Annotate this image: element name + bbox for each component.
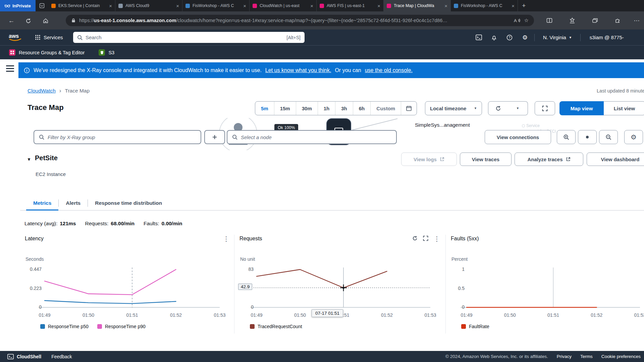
x-axis-label: 01:53 bbox=[420, 312, 441, 318]
latency-chart: Latency ⋮ Seconds 00.2230.44701:4901:500… bbox=[20, 233, 234, 337]
time-range-15m[interactable]: 15m bbox=[274, 102, 296, 115]
analyze-traces-button[interactable]: Analyze traces bbox=[515, 153, 583, 166]
tab-close-icon[interactable]: × bbox=[512, 3, 515, 9]
time-range-3h[interactable]: 3h bbox=[335, 102, 353, 115]
view-logs-button[interactable]: View logs bbox=[401, 153, 457, 166]
help-icon[interactable]: ? bbox=[502, 29, 517, 45]
tab-close-icon[interactable]: × bbox=[243, 3, 246, 9]
side-nav-toggle-icon[interactable] bbox=[6, 65, 14, 72]
address-bar[interactable]: https://us-east-1.console.aws.amazon.com… bbox=[66, 15, 534, 26]
refresh-options-button[interactable]: ▼ bbox=[508, 101, 528, 115]
time-range-1h[interactable]: 1h bbox=[318, 102, 336, 115]
browser-menu-icon[interactable]: ⋯ bbox=[632, 16, 641, 25]
xray-group-filter-input[interactable]: Filter by X-Ray group bbox=[34, 130, 201, 144]
terms-link[interactable]: Terms bbox=[580, 354, 593, 359]
time-range-5m[interactable]: 5m bbox=[255, 102, 274, 115]
tab-favicon bbox=[454, 4, 458, 8]
console-search-input[interactable]: Search [Alt+S] bbox=[73, 32, 305, 43]
tab-metrics[interactable]: Metrics bbox=[26, 196, 58, 210]
browser-tab[interactable]: AWS FIS | us-east-1 × bbox=[317, 0, 384, 11]
new-tab-button[interactable]: + bbox=[518, 0, 530, 11]
favorite-resource-groups[interactable]: Resource Groups & Tag Editor bbox=[9, 49, 85, 56]
calendar-icon[interactable] bbox=[401, 102, 417, 115]
favorite-s3[interactable]: S3 bbox=[99, 49, 114, 56]
browser-tab[interactable]: EKS:Service | Contain × bbox=[48, 0, 115, 11]
tab-close-icon[interactable]: × bbox=[444, 3, 447, 9]
legend-item[interactable]: FaultRate bbox=[461, 324, 489, 329]
legend-item[interactable]: ResponseTime p50 bbox=[40, 324, 89, 329]
browser-tab[interactable]: AWS Cloud9 × bbox=[115, 0, 182, 11]
favorite-star-icon[interactable]: ☆ bbox=[524, 17, 529, 23]
timezone-dropdown[interactable]: Local timezone ▼ bbox=[425, 101, 482, 115]
view-traces-button[interactable]: View traces bbox=[460, 153, 512, 166]
breadcrumb-cloudwatch-link[interactable]: CloudWatch bbox=[28, 88, 56, 94]
region-selector[interactable]: N. Virginia ▼ bbox=[536, 35, 579, 40]
tab-actions-icon[interactable] bbox=[36, 0, 48, 11]
chart-legend: ResponseTime p50ResponseTime p90 bbox=[40, 324, 146, 329]
kebab-menu-icon[interactable]: ⋮ bbox=[223, 235, 229, 243]
collections-icon[interactable] bbox=[590, 16, 600, 25]
zoom-in-button[interactable] bbox=[557, 130, 576, 144]
section-collapse-icon[interactable]: ▼ bbox=[27, 157, 31, 162]
account-menu[interactable]: s3iam @ 8775- bbox=[582, 35, 624, 40]
home-button[interactable] bbox=[41, 16, 50, 25]
tab-close-icon[interactable]: × bbox=[109, 3, 112, 9]
browser-tab[interactable]: CloudWatch | us-east × bbox=[250, 0, 317, 11]
chart-plot[interactable] bbox=[446, 265, 644, 312]
stat-latency: Latency (avg):121ms bbox=[24, 221, 76, 227]
legend-item[interactable]: ResponseTime p90 bbox=[97, 324, 146, 329]
notifications-bell-icon[interactable] bbox=[486, 29, 502, 45]
tab-favicon bbox=[185, 4, 190, 8]
chart-refresh-icon[interactable] bbox=[412, 236, 418, 242]
legend-swatch bbox=[40, 324, 45, 329]
settings-gear-icon[interactable]: ⚙ bbox=[517, 29, 533, 45]
select-node-input[interactable]: Select a node bbox=[227, 130, 397, 144]
view-dashboard-button[interactable]: View dashboard bbox=[587, 153, 644, 166]
chart-plot[interactable] bbox=[20, 265, 234, 312]
kebab-menu-icon[interactable]: ⋮ bbox=[434, 235, 440, 243]
cookie-preferences-link[interactable]: Cookie preferences bbox=[601, 354, 641, 359]
map-settings-button[interactable]: ⚙ bbox=[624, 130, 643, 144]
tab-close-icon[interactable]: × bbox=[377, 3, 380, 9]
tab-close-icon[interactable]: × bbox=[176, 3, 179, 9]
list-view-button[interactable]: List view bbox=[604, 101, 644, 115]
cloudshell-icon[interactable] bbox=[471, 29, 486, 45]
time-range-30m[interactable]: 30m bbox=[296, 102, 318, 115]
banner-old-console-link[interactable]: use the old console. bbox=[365, 67, 413, 73]
browser-tab-active[interactable]: Trace Map | CloudWa × bbox=[384, 0, 451, 11]
services-menu[interactable]: Services bbox=[35, 29, 63, 45]
read-aloud-icon[interactable]: A bbox=[514, 18, 521, 23]
tab-close-icon[interactable]: × bbox=[310, 3, 313, 9]
x-axis-label: 01:49 bbox=[34, 312, 55, 318]
aws-console-header: aws Services Search [Alt+S] ? ⚙ N. Virgi… bbox=[0, 29, 644, 45]
chart-expand-icon[interactable] bbox=[423, 236, 428, 242]
zoom-reset-button[interactable] bbox=[578, 130, 597, 144]
x-axis-label: 01:49 bbox=[456, 312, 477, 318]
privacy-link[interactable]: Privacy bbox=[557, 354, 572, 359]
refresh-button[interactable] bbox=[488, 101, 508, 115]
favorites-bar-icon[interactable] bbox=[568, 16, 577, 25]
tab-alerts[interactable]: Alerts bbox=[59, 196, 88, 210]
time-range-custom[interactable]: Custom bbox=[371, 102, 401, 115]
browser-tab[interactable]: FisWorkshop - AWS C × bbox=[451, 0, 518, 11]
extensions-icon[interactable] bbox=[613, 16, 623, 25]
browser-tab[interactable]: FisWorkshop - AWS C × bbox=[182, 0, 250, 11]
banner-feedback-link[interactable]: Let us know what you think. bbox=[265, 67, 331, 73]
chart-plot[interactable] bbox=[235, 265, 445, 312]
view-connections-button[interactable]: View connections bbox=[485, 130, 551, 144]
aws-logo[interactable]: aws bbox=[8, 33, 23, 43]
back-button[interactable]: ← bbox=[7, 16, 16, 25]
feedback-button[interactable]: Feedback bbox=[51, 354, 72, 359]
zoom-out-button[interactable] bbox=[599, 130, 618, 144]
fullscreen-button[interactable] bbox=[535, 101, 555, 115]
legend-item[interactable]: TracedRequestCount bbox=[250, 324, 302, 329]
split-screen-icon[interactable] bbox=[545, 16, 554, 25]
page-title: Trace Map bbox=[28, 103, 64, 112]
add-filter-button[interactable] bbox=[204, 130, 225, 144]
browser-tab-bar: InPrivate EKS:Service | Contain × AWS Cl… bbox=[0, 0, 644, 11]
tab-response-time-distribution[interactable]: Response time distribution bbox=[88, 196, 169, 210]
map-view-button[interactable]: Map view bbox=[559, 101, 604, 115]
time-range-6h[interactable]: 6h bbox=[353, 102, 371, 115]
cloudshell-button[interactable]: CloudShell bbox=[7, 354, 41, 359]
reload-button[interactable] bbox=[23, 16, 33, 25]
